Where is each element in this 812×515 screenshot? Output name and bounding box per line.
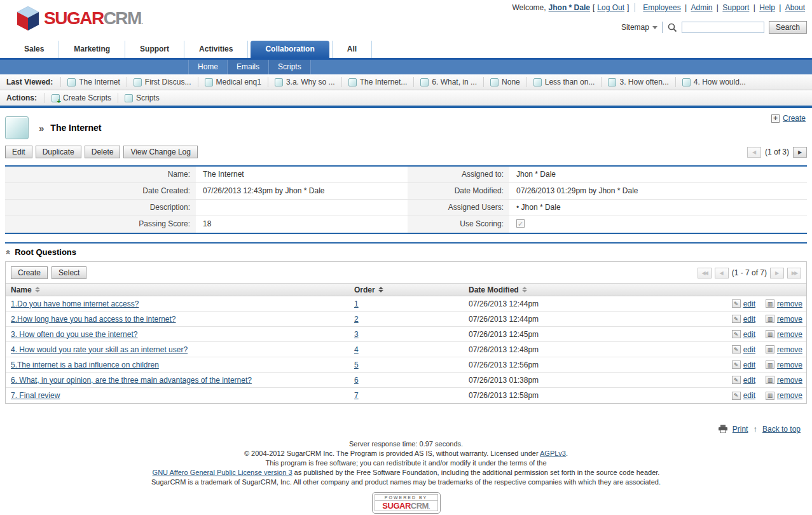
- record-toolbar: Edit Duplicate Delete View Change Log (1…: [5, 146, 807, 158]
- question-name-link[interactable]: 7. Final review: [6, 391, 60, 400]
- edit-button[interactable]: Edit: [5, 146, 32, 158]
- subnav-scripts[interactable]: Scripts: [269, 60, 311, 74]
- search-icon: [667, 22, 677, 32]
- current-user-link[interactable]: Jhon * Dale: [549, 3, 590, 12]
- powered-by-badge: POWERED BY SUGARCRM.: [372, 492, 441, 514]
- subnav-emails[interactable]: Emails: [228, 60, 269, 74]
- bracket: [: [593, 3, 595, 12]
- question-order-link[interactable]: 3: [349, 330, 359, 339]
- question-order-link[interactable]: 7: [349, 391, 359, 400]
- select-question-button[interactable]: Select: [52, 266, 86, 279]
- module-tabs: Sales Marketing Support Activities Colla…: [0, 41, 812, 60]
- edit-question[interactable]: edit: [732, 360, 755, 369]
- remove-question[interactable]: remove: [766, 299, 802, 308]
- last-viewed-item[interactable]: Less than on...: [526, 77, 602, 87]
- tab-all[interactable]: All: [332, 41, 372, 58]
- question-name-link[interactable]: 5.The internet is a bad influence on chi…: [6, 360, 159, 369]
- edit-question[interactable]: edit: [732, 391, 755, 400]
- question-name-link[interactable]: 3. How often do you use the internet?: [6, 330, 137, 339]
- last-viewed-item[interactable]: 6. What, in ...: [413, 77, 483, 87]
- question-order-link[interactable]: 4: [349, 345, 359, 354]
- double-chevron-right-icon: »: [39, 123, 44, 134]
- remove-question[interactable]: remove: [766, 345, 802, 354]
- logout-link[interactable]: Log Out: [597, 3, 624, 12]
- gnu-license-link[interactable]: GNU Affero General Public License versio…: [153, 469, 292, 476]
- sitemap-menu[interactable]: Sitemap: [621, 23, 657, 32]
- question-name-link[interactable]: 1.Do you have home internet access?: [6, 299, 139, 308]
- pencil-icon: [732, 299, 741, 308]
- create-question-button[interactable]: Create: [11, 266, 48, 279]
- tab-activities[interactable]: Activities: [184, 41, 248, 58]
- search-button[interactable]: Search: [769, 21, 807, 34]
- last-viewed-item[interactable]: The Internet: [60, 77, 127, 87]
- scripts-action[interactable]: Scripts: [118, 93, 166, 103]
- last-viewed-item[interactable]: First Discus...: [127, 77, 198, 87]
- about-link[interactable]: About: [785, 3, 805, 12]
- bracket: ]: [627, 3, 629, 12]
- question-order-link[interactable]: 1: [349, 299, 359, 308]
- employees-link[interactable]: Employees: [643, 3, 680, 12]
- remove-question[interactable]: remove: [766, 391, 802, 400]
- detail-row: Passing Score: 18 Use Scoring:: [5, 216, 807, 233]
- collapse-icon[interactable]: «: [4, 250, 13, 254]
- tab-collaboration[interactable]: Collaboration: [251, 41, 329, 58]
- question-order-link[interactable]: 5: [349, 360, 359, 369]
- main-content: » The Internet Create Edit Duplicate Del…: [0, 116, 812, 514]
- delete-button[interactable]: Delete: [85, 146, 121, 158]
- question-name-link[interactable]: 6. What, in your opinion, are the three …: [6, 376, 252, 385]
- edit-question[interactable]: edit: [732, 376, 755, 385]
- record-cube-icon: [125, 94, 133, 102]
- last-viewed-item[interactable]: Medical enq1: [198, 77, 268, 87]
- tab-support[interactable]: Support: [125, 41, 184, 58]
- next-record-button[interactable]: [793, 147, 807, 158]
- column-header-order[interactable]: Order: [349, 285, 464, 294]
- remove-question[interactable]: remove: [766, 376, 802, 385]
- record-cube-icon: [134, 78, 142, 86]
- support-link[interactable]: Support: [722, 3, 749, 12]
- footer-utility-links: Print ↑ Back to top: [5, 424, 807, 434]
- record-cube-icon: [420, 78, 429, 86]
- sort-icon: [522, 287, 527, 292]
- question-order-link[interactable]: 2: [349, 315, 359, 324]
- duplicate-button[interactable]: Duplicate: [36, 146, 81, 158]
- edit-question[interactable]: edit: [732, 315, 755, 324]
- question-name-link[interactable]: 4. How would you rate your skill as an i…: [6, 345, 188, 354]
- field-label: Passing Score:: [5, 216, 196, 233]
- edit-question[interactable]: edit: [732, 299, 755, 308]
- column-header-date-modified[interactable]: Date Modified: [464, 285, 723, 294]
- question-name-link[interactable]: 2.How long have you had access to the in…: [6, 315, 176, 324]
- tab-sales[interactable]: Sales: [10, 41, 58, 58]
- remove-question[interactable]: remove: [766, 315, 802, 324]
- admin-link[interactable]: Admin: [691, 3, 713, 12]
- column-header-name[interactable]: Name: [6, 285, 349, 294]
- record-cube-icon: [533, 78, 542, 86]
- last-viewed-item[interactable]: 3. How often...: [601, 77, 675, 87]
- create-scripts-action[interactable]: Create Scripts: [45, 93, 118, 103]
- trash-icon: [766, 315, 774, 323]
- last-viewed-item[interactable]: None: [483, 77, 526, 87]
- edit-question[interactable]: edit: [732, 330, 755, 339]
- welcome-text: Welcome,: [512, 3, 546, 12]
- subnav-home[interactable]: Home: [188, 60, 228, 74]
- divider: [662, 22, 663, 33]
- last-viewed-bar: Last Viewed: The Internet First Discus..…: [0, 74, 812, 90]
- remove-question[interactable]: remove: [766, 330, 802, 339]
- agpl-link[interactable]: AGPLv3: [540, 450, 566, 457]
- view-change-log-button[interactable]: View Change Log: [123, 146, 198, 158]
- last-viewed-item[interactable]: 3.a. Why so ...: [268, 77, 341, 87]
- question-order-link[interactable]: 6: [349, 376, 359, 385]
- detail-row: Date Created: 07/26/2013 12:43pm by Jhon…: [5, 183, 807, 200]
- previous-page-button: [715, 268, 729, 278]
- edit-question[interactable]: edit: [732, 345, 755, 354]
- search-bar: Sitemap Search: [512, 21, 807, 34]
- last-viewed-item[interactable]: 4. How would...: [675, 77, 752, 87]
- create-link[interactable]: Create: [783, 114, 806, 123]
- back-to-top-link[interactable]: Back to top: [762, 425, 801, 434]
- help-link[interactable]: Help: [759, 3, 775, 12]
- next-page-button: [770, 268, 784, 278]
- search-input[interactable]: [682, 22, 764, 33]
- tab-marketing[interactable]: Marketing: [58, 41, 125, 58]
- print-link[interactable]: Print: [733, 425, 748, 434]
- remove-question[interactable]: remove: [766, 360, 802, 369]
- last-viewed-item[interactable]: The Internet...: [341, 77, 414, 87]
